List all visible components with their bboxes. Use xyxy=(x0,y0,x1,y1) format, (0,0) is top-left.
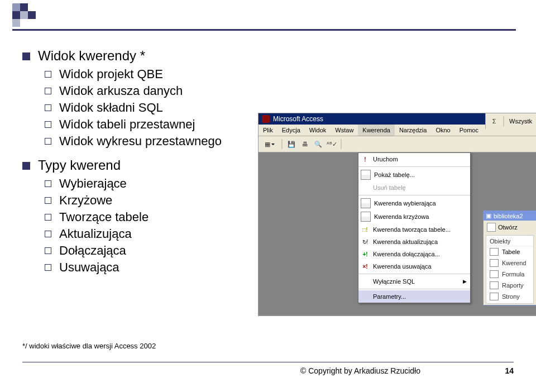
menu-plik[interactable]: Plik xyxy=(259,125,277,136)
access-screenshot: Microsoft Access Plik Edycja Widok Wstaw… xyxy=(258,113,536,316)
menu-pomoc[interactable]: Pomoc xyxy=(455,125,483,136)
update-query-icon: ↻! xyxy=(361,237,370,246)
footer-divider xyxy=(22,362,514,362)
obj-formularze[interactable]: Formula xyxy=(486,269,533,280)
toolbar-combo[interactable]: Wszystk xyxy=(507,118,534,125)
objects-header: Obiekty xyxy=(486,237,533,246)
run-icon: ! xyxy=(361,155,370,164)
window-title: Microsoft Access xyxy=(273,115,323,123)
menu-widok[interactable]: Widok xyxy=(305,125,331,136)
sigma-button[interactable]: Σ xyxy=(488,115,500,127)
sub-bullet: Widok projekt QBE xyxy=(45,67,514,82)
menu-narzedzia[interactable]: Narzędzia xyxy=(395,125,432,136)
slide-logo xyxy=(12,3,36,27)
append-query-icon: +! xyxy=(361,250,370,259)
pages-icon xyxy=(490,293,499,300)
menu-okno[interactable]: Okno xyxy=(431,125,454,136)
tables-icon xyxy=(490,248,499,256)
dd-kw-dolaczajaca[interactable]: +!Kwerenda dołączająca... xyxy=(358,248,470,260)
dd-kw-usuwajaca[interactable]: ×!Kwerenda usuwająca xyxy=(358,260,470,273)
database-window: ▣ biblioteka2 Otwórz Obiekty Tabele Kwer… xyxy=(483,211,536,305)
obj-raporty[interactable]: Raporty xyxy=(486,280,533,291)
save-button[interactable]: 💾 xyxy=(285,138,298,150)
dd-pokaz-tabele[interactable]: Pokaż tabelę... xyxy=(358,168,470,181)
spell-button[interactable]: ᴬᴮ✓ xyxy=(326,138,338,150)
menu-wstaw[interactable]: Wstaw xyxy=(331,125,358,136)
header-divider xyxy=(12,29,516,31)
toolbar-right: Σ Wszystk xyxy=(485,113,536,129)
menu-edycja[interactable]: Edycja xyxy=(277,125,305,136)
obj-kwerendy[interactable]: Kwerend xyxy=(486,257,533,269)
forms-icon xyxy=(490,270,499,278)
copyright-text: © Copyright by Arkadiusz Rzucidło xyxy=(300,366,420,375)
bullet-marker xyxy=(22,52,30,60)
select-query-icon xyxy=(361,198,371,208)
db-window-title: ▣ biblioteka2 xyxy=(484,211,536,221)
toolbar: ▦ 💾 🖶 🔍 ᴬᴮ✓ xyxy=(259,136,536,152)
bullet-text: Widok kwerendy * xyxy=(38,48,145,64)
page-number: 14 xyxy=(505,366,514,375)
sub-bullet: Widok arkusza danych xyxy=(45,84,514,98)
dd-kw-krzyzowa[interactable]: Kwerenda krzyżowa xyxy=(358,210,470,223)
dd-usun-tabele: Usuń tabelę xyxy=(358,181,470,194)
dd-sql[interactable]: Wyłącznie SQL▶ xyxy=(358,275,470,288)
access-icon xyxy=(262,115,270,123)
print-button[interactable]: 🖶 xyxy=(299,138,311,150)
dd-kw-aktualizujaca[interactable]: ↻!Kwerenda aktualizująca xyxy=(358,236,470,248)
footnote-text: */ widoki właściwe dla wersji Access 200… xyxy=(22,342,156,350)
db-open-button[interactable]: Otwórz xyxy=(484,221,536,234)
bullet-marker xyxy=(22,162,30,170)
dd-kw-wybierajaca[interactable]: Kwerenda wybierająca xyxy=(358,197,470,210)
submenu-arrow-icon: ▶ xyxy=(463,279,467,284)
db-icon: ▣ xyxy=(486,212,491,219)
make-table-icon: □! xyxy=(361,225,370,234)
obj-tabele[interactable]: Tabele xyxy=(486,246,533,257)
bullet-widok-kwerendy: Widok kwerendy * xyxy=(22,48,514,64)
obj-strony[interactable]: Strony xyxy=(486,291,533,302)
kwerenda-dropdown: !Uruchom Pokaż tabelę... Usuń tabelę Kwe… xyxy=(358,152,471,303)
menu-kwerenda[interactable]: Kwerenda xyxy=(358,125,395,136)
preview-button[interactable]: 🔍 xyxy=(312,138,324,150)
bullet-text: Typy kwerend xyxy=(38,157,121,173)
dd-kw-tworzaca[interactable]: □!Kwerenda tworząca tabele... xyxy=(358,223,470,236)
delete-query-icon: ×! xyxy=(361,262,370,271)
view-button[interactable]: ▦ xyxy=(261,138,279,150)
dd-parametry[interactable]: Parametry... xyxy=(358,290,470,303)
show-table-icon xyxy=(361,170,371,180)
dd-uruchom[interactable]: !Uruchom xyxy=(358,153,470,165)
crosstab-query-icon xyxy=(361,212,371,222)
open-icon xyxy=(487,223,496,232)
queries-icon xyxy=(490,259,499,267)
reports-icon xyxy=(490,281,499,289)
